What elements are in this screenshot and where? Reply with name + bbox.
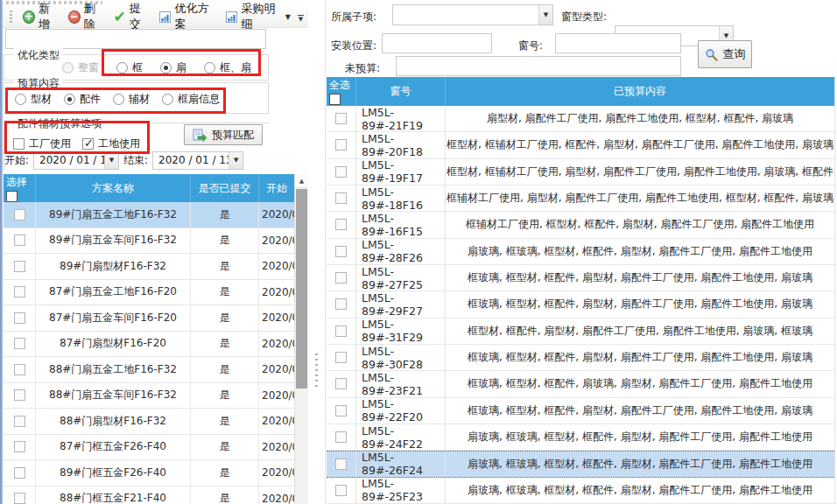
select-all-checkbox[interactable] — [329, 94, 341, 105]
window-table-row[interactable]: LM5L-89#-30F28 框玻璃, 框型材, 框配件, 扇型材, 扇配件工厂… — [327, 345, 834, 371]
plan-table-row[interactable]: 87#门扇五金车间F16-F20 是 2020/0 — [4, 305, 294, 332]
radio-option[interactable]: 整窗 — [62, 60, 99, 75]
window-no-label: 窗号: — [518, 38, 543, 53]
window-no-input[interactable] — [555, 33, 681, 53]
row-select-cell — [4, 383, 36, 409]
row-checkbox[interactable] — [14, 364, 25, 375]
row-checkbox[interactable] — [335, 139, 347, 150]
toolbar-overflow-button[interactable]: ▼ — [295, 10, 306, 25]
window-table-row[interactable]: LM5L-89#-22F20 框玻璃, 框型材, 框配件, 扇型材, 扇配件工厂… — [327, 398, 834, 424]
plan-start-cell: 2020/0 — [259, 383, 294, 409]
row-select-cell — [4, 305, 36, 331]
panel-splitter[interactable] — [308, 0, 326, 504]
plan-start-cell: 2020/0 — [259, 332, 294, 357]
row-checkbox[interactable] — [335, 192, 347, 204]
window-table-row[interactable]: LM5L-89#-23F21 框玻璃, 框型材, 框配件, 扇玻璃, 扇型材, … — [327, 371, 834, 397]
window-table-row[interactable]: LM5L-89#-25F23 扇玻璃, 框玻璃, 框型材, 框配件, 扇型材, … — [327, 478, 834, 504]
window-table-row[interactable]: LM5L-89#-24F22 扇玻璃, 框玻璃, 框型材, 框配件, 扇型材, … — [327, 424, 834, 451]
row-select-cell — [4, 357, 36, 382]
window-table-row[interactable]: LM5L-89#-20F18 框型材, 框辅材工厂使用, 框配件, 扇型材, 扇… — [327, 132, 834, 158]
row-checkbox[interactable] — [14, 467, 25, 479]
row-checkbox[interactable] — [14, 261, 25, 272]
scrollbar-up-arrow[interactable]: ▲ — [295, 174, 308, 188]
row-checkbox[interactable] — [335, 485, 347, 496]
plan-table-row[interactable]: 87#门框五金F26-F40 是 2020/0 — [4, 435, 294, 461]
window-header-window-no[interactable]: 窗号 — [356, 77, 446, 106]
window-table-row[interactable]: LM5L-89#-18F16 框辅材工厂使用, 扇型材, 扇配件工厂使用, 扇配… — [327, 186, 834, 212]
row-checkbox[interactable] — [335, 352, 347, 363]
chevron-down-icon[interactable]: ▼ — [229, 152, 243, 169]
window-table-row[interactable]: LM5L-89#-19F17 框型材, 框辅材工厂使用, 扇型材, 扇配件工厂使… — [327, 159, 834, 186]
chevron-down-icon[interactable]: ▼ — [538, 5, 552, 24]
row-checkbox[interactable] — [14, 286, 25, 298]
row-checkbox[interactable] — [335, 431, 347, 443]
search-input[interactable] — [5, 29, 266, 49]
plan-name-cell: 89#门扇型材F16-F32 — [36, 254, 191, 279]
window-table-row[interactable]: LM5L-89#-27F25 框玻璃, 框型材, 框配件, 扇型材, 扇配件工厂… — [327, 265, 834, 291]
sub-item-label: 所属子项: — [331, 10, 376, 24]
toolbar-grip[interactable] — [10, 10, 12, 24]
plan-table-row[interactable]: 88#门扇型材F16-F32 是 2020/0 — [4, 409, 294, 435]
plan-table-row[interactable]: 89#门扇型材F16-F32 是 2020/0 — [4, 254, 294, 280]
sub-item-dropdown[interactable]: ▼ — [392, 4, 553, 25]
no-budget-input[interactable] — [396, 56, 681, 76]
row-checkbox[interactable] — [14, 416, 25, 427]
row-checkbox[interactable] — [335, 378, 347, 389]
install-position-input[interactable] — [382, 33, 492, 53]
row-checkbox[interactable] — [335, 458, 347, 470]
row-checkbox[interactable] — [14, 441, 25, 452]
row-checkbox[interactable] — [335, 166, 347, 178]
window-table-row[interactable]: LM5L-89#-16F15 框辅材工厂使用, 框型材, 框配件, 扇型材, 扇… — [327, 212, 834, 238]
row-checkbox[interactable] — [335, 246, 347, 257]
window-table-row[interactable]: LM5L-89#-21F19 扇型材, 扇配件工厂使用, 扇配件工地使用, 框型… — [327, 106, 834, 132]
plan-header-submitted[interactable]: 是否已提交 — [191, 174, 259, 202]
row-checkbox[interactable] — [14, 338, 25, 349]
row-checkbox[interactable] — [14, 389, 25, 401]
plan-table-scrollbar[interactable]: ▲ — [294, 174, 308, 504]
budgeted-content-cell: 框玻璃, 框型材, 框配件, 扇型材, 扇配件工厂使用, 扇配件工地使用, 扇玻… — [446, 265, 834, 290]
budgeted-content-cell: 框玻璃, 框型材, 框配件, 扇型材, 扇配件工厂使用, 扇配件工地使用, 扇玻… — [446, 291, 834, 317]
window-table-row[interactable]: LM5L-89#-31F29 框型材, 框配件, 扇型材, 扇配件工厂使用, 扇… — [327, 318, 834, 345]
window-header-budgeted[interactable]: 已预算内容 — [446, 77, 834, 106]
row-select-cell — [327, 452, 356, 476]
select-all-checkbox[interactable] — [6, 191, 18, 202]
date-end-label: 结束: — [123, 153, 148, 168]
window-no-cell: LM5L-89#-31F29 — [356, 318, 446, 344]
row-checkbox[interactable] — [335, 405, 347, 416]
row-checkbox[interactable] — [335, 326, 347, 337]
row-select-cell — [327, 159, 356, 185]
plan-header-name[interactable]: 方案名称 — [36, 174, 191, 202]
row-checkbox[interactable] — [14, 312, 25, 324]
window-table-row[interactable]: LM5L-89#-29F27 框玻璃, 框型材, 框配件, 扇型材, 扇配件工厂… — [327, 291, 834, 318]
plan-table-row[interactable]: 88#门扇五金车间F16-F32 是 2020/0 — [4, 383, 294, 410]
row-checkbox[interactable] — [335, 113, 347, 124]
query-button[interactable]: 查询 — [698, 40, 752, 68]
plan-table-row[interactable]: 89#门扇五金工地F16-F32 是 2020/0 — [4, 202, 294, 228]
chevron-down-icon[interactable]: ▼ — [104, 152, 118, 169]
plan-table-row[interactable]: 87#门扇型材F16-F20 是 2020/0 — [4, 332, 294, 358]
row-checkbox[interactable] — [14, 493, 25, 504]
row-checkbox[interactable] — [335, 298, 347, 310]
plan-table-row[interactable]: 89#门扇五金车间F16-F32 是 2020/0 — [4, 228, 294, 255]
purchase-detail-button[interactable]: 采购明细 ▼ — [221, 7, 295, 26]
plan-table-row[interactable]: 87#门扇五金工地F16-F20 是 2020/0 — [4, 280, 294, 306]
plan-header-start[interactable]: 开始 — [259, 174, 294, 202]
row-select-cell — [327, 265, 356, 290]
add-button[interactable]: + 新增 — [18, 7, 64, 26]
scrollbar-thumb[interactable] — [296, 189, 307, 388]
window-table-row[interactable]: LM5L-89#-26F24 扇玻璃, 框玻璃, 框型材, 框配件, 扇型材, … — [327, 451, 834, 477]
plan-start-cell: 2020/0 — [259, 409, 294, 434]
plan-table-row[interactable]: 88#门扇五金工地F16-F32 是 2020/0 — [4, 357, 294, 383]
row-checkbox[interactable] — [14, 209, 25, 220]
budget-match-button[interactable]: 预算匹配 — [184, 124, 263, 145]
submit-button[interactable]: ✔ 提交 — [109, 7, 153, 26]
plan-table-row[interactable]: 88#门框五金F21-F40 是 2020/0 — [4, 486, 294, 504]
window-table-row[interactable]: LM5L-89#-28F26 扇玻璃, 框玻璃, 框型材, 框配件, 扇型材, … — [327, 239, 834, 265]
optimize-plan-button[interactable]: 优化方案 — [154, 7, 221, 26]
row-checkbox[interactable] — [14, 234, 25, 246]
row-checkbox[interactable] — [335, 219, 347, 230]
plan-table-row[interactable]: 89#门框五金F26-F40 是 2020/0 — [4, 460, 294, 486]
delete-button[interactable]: − 删除 — [64, 7, 109, 26]
row-checkbox[interactable] — [335, 272, 347, 284]
date-end-picker[interactable]: 2020 / 01 / 13 ▼ — [152, 151, 243, 170]
